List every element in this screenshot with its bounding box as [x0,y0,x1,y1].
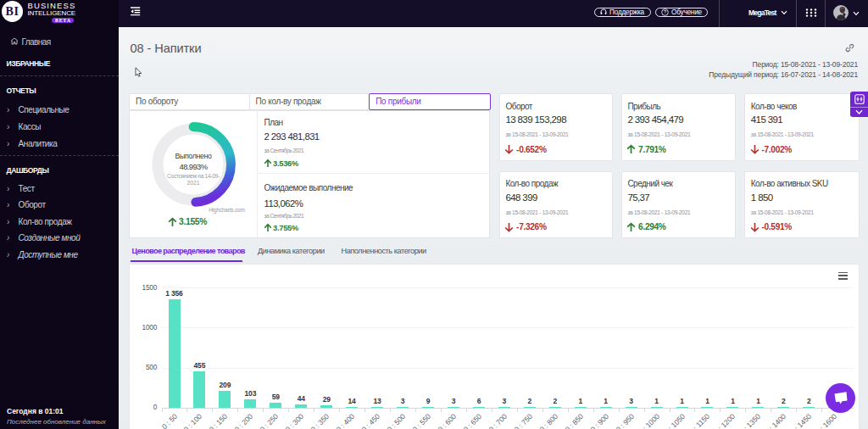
svg-text:?: ? [664,9,666,14]
